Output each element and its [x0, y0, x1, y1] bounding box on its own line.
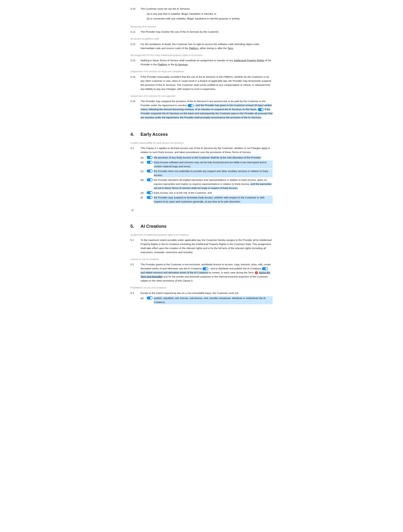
section-5-title: AI Creations	[140, 223, 166, 230]
toggle-3-15-1[interactable]	[188, 104, 194, 107]
sub-clause-4-1-d: (d) the Provider disclaims all implied w…	[140, 178, 273, 190]
clause-3-13: 3.13 Nothing in these Terms of Service s…	[130, 58, 273, 67]
clause-num-3-10: 3.10	[130, 7, 139, 22]
clause-num-3-15: 3.15	[130, 99, 139, 120]
sub-clause-4-1-c: (c) the Provider does not undertake to p…	[140, 169, 273, 177]
clause-num-5-3: 5.3	[130, 291, 139, 305]
heading-3-15: Suspension of AI services for non-paymen…	[130, 94, 273, 98]
clause-3-12: 3.12 For the avoidance of doubt, the Cus…	[130, 42, 273, 50]
heading-5-3: Prohibitions on use of AI creations	[130, 286, 273, 290]
toggle-4-1-f[interactable]	[147, 196, 153, 199]
heading-3-14: Suspension of AI services for legal non-…	[130, 70, 273, 73]
section-4-heading: 4. Early Access	[130, 131, 273, 138]
clause-text-5-1: To the maximum extent possible under app…	[140, 238, 273, 254]
sub-clause-4-1-b: (b) Early Access software and services m…	[140, 160, 273, 168]
clause-text-3-10: The Customer must not use the AI Service…	[140, 7, 273, 22]
toggle-4-1-d[interactable]	[147, 178, 153, 181]
sub-clause-3-10-a: (a) in any way that is unlawful, illegal…	[140, 12, 273, 16]
clause-text-3-14: If the Provider reasonably considers tha…	[140, 75, 273, 91]
clause-text-3-11: The Provider may monitor the use of the …	[140, 30, 273, 34]
clause-3-11: 3.11 The Provider may monitor the use of…	[130, 30, 273, 34]
move-icon[interactable]: ⊕	[131, 207, 134, 213]
sub-clause-5-3-a: (a) publish, republish, sell, license, s…	[140, 296, 273, 304]
sub-clause-3-10-b: (b) in connection with any unlawful, ill…	[140, 17, 273, 21]
clause-5-3: 5.3 Except to the extent required by law…	[130, 291, 273, 305]
clause-4-1: 4.1 This Clause 4.1 applies to all Early…	[130, 146, 273, 205]
heading-5-1: Assignment of intellectual property righ…	[130, 233, 273, 237]
clause-text-4-1: This Clause 4.1 applies to all Early Acc…	[140, 146, 273, 205]
heading-3-12: No access to platform code	[130, 37, 273, 41]
toggle-4-1-b[interactable]	[147, 161, 153, 164]
heading-5-2: Licence to use AI creations	[130, 257, 273, 261]
toggle-5-2-1[interactable]	[202, 267, 208, 270]
clause-num-3-12: 3.12	[130, 42, 139, 50]
section-4-num: 4.	[130, 131, 137, 138]
heading-4-1: Limited responsibility for early access …	[130, 141, 273, 145]
clause-num-3-13: 3.13	[130, 58, 139, 67]
clause-5-2: 5.2 The Provider grants to the Customer …	[130, 262, 273, 283]
clause-3-14: 3.14 If the Provider reasonably consider…	[130, 75, 273, 91]
clause-num-5-2: 5.2	[130, 262, 139, 283]
clause-5-1: 5.1 To the maximum extent possible under…	[130, 238, 273, 254]
toggle-4-1-e[interactable]	[147, 191, 153, 194]
toggle-5-3-a[interactable]	[147, 297, 153, 299]
section-5-num: 5.	[130, 223, 137, 230]
heading-3-13: No assignment of First Party intellectua…	[130, 53, 273, 57]
clause-num-5-1: 5.1	[130, 238, 139, 254]
toggle-5-2-2[interactable]	[262, 267, 268, 270]
section-5-heading: 5. AI Creations	[130, 223, 273, 230]
clause-3-10: 3.10 The Customer must not use the AI Se…	[130, 7, 273, 22]
clause-text-5-2: The Provider grants to the Customer a no…	[140, 262, 273, 283]
toggle-4-1-c[interactable]	[147, 170, 153, 172]
clause-num-4-1: 4.1	[130, 146, 139, 205]
clause-text-3-15: The Provider may suspend the provision o…	[140, 99, 273, 120]
clause-text-3-13: Nothing in these Terms of Service shall …	[140, 58, 273, 67]
toggle-3-15-2[interactable]	[258, 108, 264, 111]
sub-clause-4-1-a: (a) the provision of any Early Access to…	[140, 156, 273, 160]
clause-num-3-14: 3.14	[130, 75, 139, 91]
error-icon-5-2: !	[255, 271, 258, 274]
clause-num-3-11: 3.11	[130, 30, 139, 34]
clause-text-5-3: Except to the extent required by law on …	[140, 291, 273, 305]
clause-text-3-12: For the avoidance of doubt, the Customer…	[140, 42, 273, 50]
section-4-title: Early Access	[140, 131, 168, 138]
toggle-4-1-a[interactable]	[147, 156, 153, 159]
clause-3-15: 3.15 The Provider may suspend the provis…	[130, 99, 273, 120]
sub-clause-4-1-f: (f) the Provider may suspend or terminat…	[140, 196, 273, 204]
sub-clause-4-1-e: (e) Early Access use is at the risk of t…	[140, 191, 273, 195]
heading-3-11: Monitoring of AI services	[130, 25, 273, 28]
